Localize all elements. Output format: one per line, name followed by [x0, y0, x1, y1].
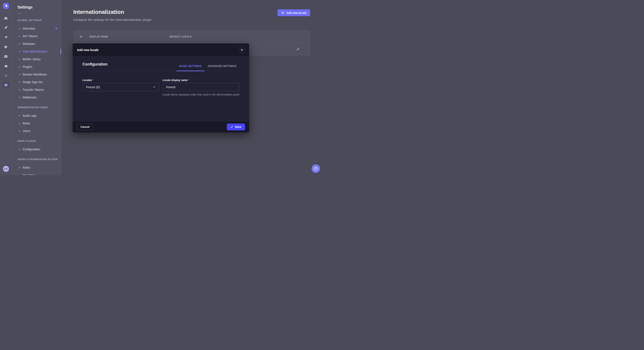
locales-field: Locales* French (fr): [82, 79, 159, 97]
close-icon: [241, 49, 243, 51]
tab-basic-settings[interactable]: BASIC SETTINGS: [176, 65, 205, 71]
modal-title: Add new locale: [77, 48, 98, 52]
required-asterisk: *: [92, 79, 94, 82]
check-icon: [230, 126, 233, 128]
locales-select-value: French (fr): [86, 85, 100, 89]
display-name-label: Locale display name*: [163, 79, 240, 82]
add-locale-modal: Add new locale Configuration BASIC SETTI…: [72, 43, 249, 133]
display-name-input[interactable]: [163, 83, 240, 91]
locales-select[interactable]: French (fr): [82, 83, 159, 91]
modal-body: Configuration BASIC SETTINGS ADVANCED SE…: [72, 57, 249, 121]
configuration-header: Configuration BASIC SETTINGS ADVANCED SE…: [82, 62, 239, 71]
save-label: Save: [235, 125, 241, 128]
display-name-hint: Locale will be displayed under that name…: [163, 93, 240, 97]
settings-tabs: BASIC SETTINGS ADVANCED SETTINGS: [176, 65, 239, 71]
chevron-down-icon: [153, 86, 156, 89]
display-name-field: Locale display name* Locale will be disp…: [163, 79, 240, 97]
modal-header: Add new locale: [72, 43, 249, 57]
save-button[interactable]: Save: [227, 124, 245, 130]
required-asterisk: *: [188, 79, 189, 82]
close-button[interactable]: [239, 47, 245, 53]
tab-advanced-settings[interactable]: ADVANCED SETTINGS: [204, 65, 239, 71]
cancel-button[interactable]: Cancel: [77, 124, 93, 130]
form-fields: Locales* French (fr) Locale display name…: [82, 79, 239, 97]
configuration-title: Configuration: [82, 62, 108, 71]
locales-label: Locales*: [82, 79, 159, 82]
modal-footer: Cancel Save: [72, 121, 249, 133]
